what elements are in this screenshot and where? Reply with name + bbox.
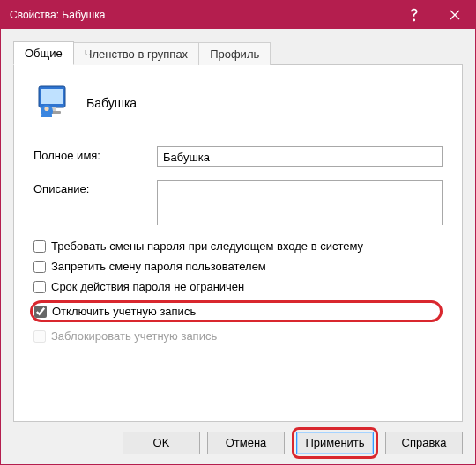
tab-profile[interactable]: Профиль [199, 42, 271, 65]
description-label: Описание: [33, 180, 157, 196]
properties-dialog: Свойства: Бабушка Общие Членство в групп… [0, 0, 476, 465]
check-password-never-expires-label: Срок действия пароля не ограничен [51, 280, 244, 293]
check-lock-account-box [33, 330, 46, 343]
help-dialog-button[interactable]: Справка [385, 432, 463, 454]
check-require-password-change-box[interactable] [33, 240, 46, 253]
check-password-never-expires-box[interactable] [33, 281, 46, 293]
check-deny-password-change-label: Запретить смену пароля пользователем [51, 260, 266, 273]
highlight-apply-button: Применить [292, 427, 378, 459]
check-require-password-change[interactable]: Требовать смены пароля при следующем вхо… [33, 240, 443, 253]
check-disable-account-label: Отключить учетную запись [52, 305, 196, 318]
tab-general[interactable]: Общие [13, 41, 74, 65]
check-deny-password-change-box[interactable] [33, 261, 46, 273]
close-icon [450, 10, 460, 20]
apply-button[interactable]: Применить [296, 432, 374, 454]
help-icon [409, 8, 420, 22]
titlebar: Свойства: Бабушка [1, 1, 475, 29]
tab-membership[interactable]: Членство в группах [74, 42, 199, 65]
row-description: Описание: [33, 180, 443, 225]
full-name-label: Полное имя: [33, 146, 157, 162]
check-deny-password-change[interactable]: Запретить смену пароля пользователем [33, 260, 443, 273]
checkbox-group: Требовать смены пароля при следующем вхо… [33, 240, 443, 343]
user-display-name: Бабушка [86, 96, 137, 110]
tab-strip: Общие Членство в группах Профиль [13, 41, 463, 64]
check-disable-account[interactable]: Отключить учетную запись [34, 305, 196, 318]
button-row: OK Отмена Применить Справка [1, 422, 475, 464]
check-disable-account-box[interactable] [34, 306, 47, 318]
user-icon [35, 85, 72, 122]
full-name-input[interactable] [157, 146, 443, 167]
highlight-disable-account: Отключить учетную запись [30, 300, 443, 322]
ok-button[interactable]: OK [123, 432, 200, 454]
check-lock-account: Заблокировать учетную запись [33, 329, 443, 343]
svg-rect-1 [41, 89, 63, 104]
close-button[interactable] [435, 1, 475, 29]
window-title: Свойства: Бабушка [1, 9, 394, 21]
help-button[interactable] [394, 1, 435, 29]
description-input[interactable] [157, 180, 443, 225]
check-require-password-change-label: Требовать смены пароля при следующем вхо… [51, 240, 363, 253]
svg-point-5 [44, 107, 48, 111]
tab-panel-general: Бабушка Полное имя: Описание: Требовать … [13, 64, 463, 422]
check-password-never-expires[interactable]: Срок действия пароля не ограничен [33, 280, 443, 293]
row-full-name: Полное имя: [33, 146, 443, 167]
dialog-body: Общие Членство в группах Профиль [1, 29, 475, 422]
check-lock-account-label: Заблокировать учетную запись [51, 329, 217, 343]
cancel-button[interactable]: Отмена [207, 432, 285, 454]
user-header: Бабушка [35, 85, 443, 122]
